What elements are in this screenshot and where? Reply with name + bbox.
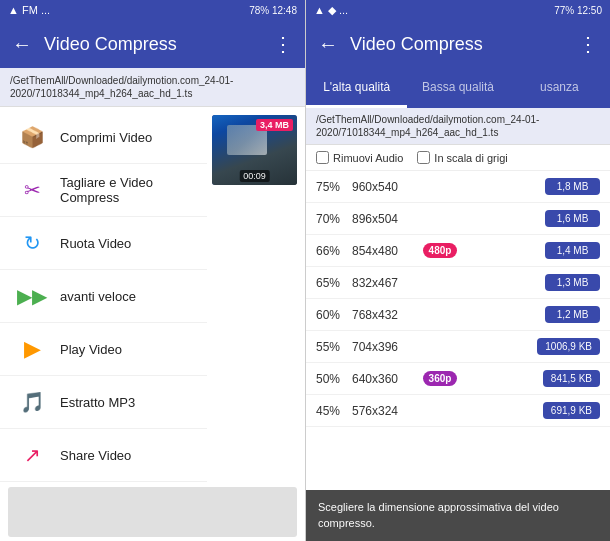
quality-pct: 50% — [316, 372, 346, 386]
quality-badge — [423, 313, 457, 317]
quality-size[interactable]: 1,4 MB — [545, 242, 600, 259]
quality-badge — [423, 281, 457, 285]
quality-size[interactable]: 691,9 KB — [543, 402, 600, 419]
grayscale-checkbox[interactable] — [417, 151, 430, 164]
left-path-bar: /GetThemAll/Downloaded/dailymotion.com_2… — [0, 68, 305, 107]
tab-usanza[interactable]: usanza — [509, 68, 610, 108]
menu-item-cut[interactable]: ✂Tagliare e Video Compress — [0, 164, 207, 217]
quality-pct: 70% — [316, 212, 346, 226]
quality-size[interactable]: 1,6 MB — [545, 210, 600, 227]
menu-item-play-label: Play Video — [60, 342, 122, 357]
left-panel: ▲ FM ... 78% 12:48 ← Video Compress ⋮ /G… — [0, 0, 305, 541]
video-thumbnail: 3,4 MB 00:09 — [212, 115, 297, 185]
right-more-button[interactable]: ⋮ — [578, 32, 598, 56]
thumbnail-wrap: 3,4 MB 00:09 — [207, 115, 297, 483]
menu-item-forward[interactable]: ▶▶avanti veloce — [0, 270, 207, 323]
menu-list: 📦Comprimi Video✂Tagliare e Video Compres… — [0, 107, 207, 483]
right-app-bar: ← Video Compress ⋮ — [306, 20, 610, 68]
menu-item-compress-label: Comprimi Video — [60, 130, 152, 145]
quality-tabs: L'alta qualitàBassa qualitàusanza — [306, 68, 610, 108]
right-status-bar: ▲ ◆ ... 77% 12:50 — [306, 0, 610, 20]
right-app-title: Video Compress — [350, 34, 578, 55]
left-content: 📦Comprimi Video✂Tagliare e Video Compres… — [0, 107, 305, 483]
quality-row[interactable]: 65%832x4671,3 MB — [306, 267, 610, 299]
left-back-button[interactable]: ← — [12, 33, 32, 56]
menu-item-mp3-label: Estratto MP3 — [60, 395, 135, 410]
quality-size[interactable]: 841,5 KB — [543, 370, 600, 387]
grayscale-label: In scala di grigi — [434, 152, 507, 164]
quality-res: 854x480 — [352, 244, 417, 258]
quality-pct: 75% — [316, 180, 346, 194]
left-status-right: 78% 12:48 — [249, 5, 297, 16]
quality-res: 768x432 — [352, 308, 417, 322]
quality-badge: 480p — [423, 243, 457, 258]
quality-pct: 66% — [316, 244, 346, 258]
quality-row[interactable]: 66%854x480480p1,4 MB — [306, 235, 610, 267]
remove-audio-checkbox[interactable] — [316, 151, 329, 164]
quality-row[interactable]: 60%768x4321,2 MB — [306, 299, 610, 331]
quality-size[interactable]: 1,8 MB — [545, 178, 600, 195]
right-back-button[interactable]: ← — [318, 33, 338, 56]
size-badge: 3,4 MB — [256, 119, 293, 131]
quality-row[interactable]: 55%704x3961006,9 KB — [306, 331, 610, 363]
menu-item-compress[interactable]: 📦Comprimi Video — [0, 111, 207, 164]
left-status-bar: ▲ FM ... 78% 12:48 — [0, 0, 305, 20]
menu-item-mp3[interactable]: 🎵Estratto MP3 — [0, 376, 207, 429]
quality-res: 832x467 — [352, 276, 417, 290]
share-icon: ↗ — [16, 439, 48, 471]
quality-size[interactable]: 1,3 MB — [545, 274, 600, 291]
remove-audio-label: Rimuovi Audio — [333, 152, 403, 164]
quality-list: 75%960x5401,8 MB70%896x5041,6 MB66%854x4… — [306, 171, 610, 490]
play-icon: ▶ — [16, 333, 48, 365]
quality-row[interactable]: 75%960x5401,8 MB — [306, 171, 610, 203]
quality-badge: 360p — [423, 371, 457, 386]
quality-res: 576x324 — [352, 404, 417, 418]
tooltip-bar: Scegliere la dimensione approssimativa d… — [306, 490, 610, 541]
menu-item-delete[interactable]: 🗑Elimina — [0, 482, 207, 483]
quality-size[interactable]: 1,2 MB — [545, 306, 600, 323]
quality-badge — [423, 345, 457, 349]
quality-row[interactable]: 70%896x5041,6 MB — [306, 203, 610, 235]
left-more-button[interactable]: ⋮ — [273, 32, 293, 56]
remove-audio-option[interactable]: Rimuovi Audio — [316, 151, 403, 164]
quality-size[interactable]: 1006,9 KB — [537, 338, 600, 355]
right-panel: ▲ ◆ ... 77% 12:50 ← Video Compress ⋮ L'a… — [305, 0, 610, 541]
mp3-icon: 🎵 — [16, 386, 48, 418]
quality-row[interactable]: 45%576x324691,9 KB — [306, 395, 610, 427]
quality-pct: 45% — [316, 404, 346, 418]
right-status-left: ▲ ◆ ... — [314, 4, 348, 17]
menu-item-share[interactable]: ↗Share Video — [0, 429, 207, 482]
menu-item-cut-label: Tagliare e Video Compress — [60, 175, 191, 205]
right-path-bar: /GetThemAll/Downloaded/dailymotion.com_2… — [306, 108, 610, 145]
menu-item-play[interactable]: ▶Play Video — [0, 323, 207, 376]
left-app-title: Video Compress — [44, 34, 273, 55]
compress-icon: 📦 — [16, 121, 48, 153]
quality-res: 896x504 — [352, 212, 417, 226]
quality-pct: 65% — [316, 276, 346, 290]
menu-item-rotate[interactable]: ↻Ruota Video — [0, 217, 207, 270]
rotate-icon: ↻ — [16, 227, 48, 259]
ad-placeholder — [8, 487, 297, 537]
menu-item-share-label: Share Video — [60, 448, 131, 463]
left-app-bar: ← Video Compress ⋮ — [0, 20, 305, 68]
forward-icon: ▶▶ — [16, 280, 48, 312]
left-status-left: ▲ FM ... — [8, 4, 50, 16]
tab-bassa[interactable]: Bassa qualità — [407, 68, 508, 108]
grayscale-option[interactable]: In scala di grigi — [417, 151, 507, 164]
cut-icon: ✂ — [16, 174, 48, 206]
right-status-right: 77% 12:50 — [554, 5, 602, 16]
quality-badge — [423, 409, 457, 413]
menu-item-forward-label: avanti veloce — [60, 289, 136, 304]
tab-alta[interactable]: L'alta qualità — [306, 68, 407, 108]
quality-pct: 55% — [316, 340, 346, 354]
quality-badge — [423, 185, 457, 189]
options-row: Rimuovi Audio In scala di grigi — [306, 145, 610, 171]
quality-pct: 60% — [316, 308, 346, 322]
quality-row[interactable]: 50%640x360360p841,5 KB — [306, 363, 610, 395]
quality-res: 640x360 — [352, 372, 417, 386]
menu-item-rotate-label: Ruota Video — [60, 236, 131, 251]
duration-badge: 00:09 — [239, 170, 270, 182]
quality-res: 960x540 — [352, 180, 417, 194]
quality-badge — [423, 217, 457, 221]
quality-res: 704x396 — [352, 340, 417, 354]
